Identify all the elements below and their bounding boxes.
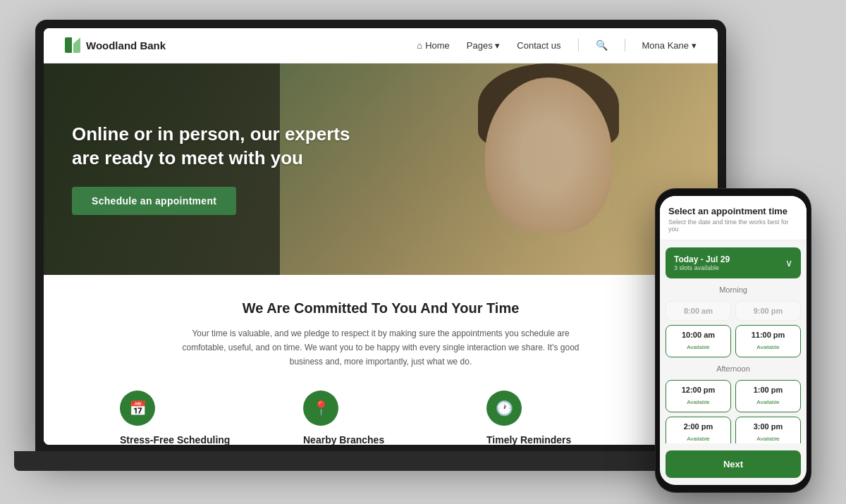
laptop-body: Woodland Bank ⌂ Home Pages ▾ Contact us [35,20,726,453]
time-value: 11:00 pm [742,331,795,339]
afternoon-time-grid: 12:00 pm Available 1:00 pm Available 2:0… [666,380,801,443]
available-label: Available [756,399,779,405]
time-value: 3:00 pm [742,422,795,431]
nav-links: ⌂ Home Pages ▾ Contact us 🔍 Mona Kane [417,39,697,51]
date-selector[interactable]: Today - Jul 29 3 slots available ∨ [666,247,801,278]
pages-chevron-icon: ▾ [495,40,500,51]
available-label: Available [756,436,779,442]
time-value: 12:00 pm [672,386,725,394]
phone-subtitle: Select the date and time the works best … [668,219,798,233]
laptop-base [14,451,747,471]
logo-right [73,37,80,53]
time-slot-800am[interactable]: 8:00 am [666,301,731,321]
date-chevron-icon: ∨ [785,257,792,269]
nav-divider-2 [625,39,625,51]
brand-name: Woodland Bank [86,39,166,51]
features-list: 📅 Stress-Free Scheduling Our online sche… [72,391,689,445]
time-value: 9:00 pm [742,307,795,315]
logo-left [65,37,72,53]
user-chevron-icon: ▾ [692,40,697,51]
phone-footer: Next [660,443,807,485]
feature-scheduling-title: Stress-Free Scheduling [120,434,275,445]
feature-branches: 📍 Nearby Branches We make it easy to cho… [303,391,458,445]
user-menu[interactable]: Mona Kane ▾ [642,40,697,51]
hero-section: Online or in person, our experts are rea… [44,63,718,275]
branches-icon: 📍 [303,391,338,426]
morning-label: Morning [666,285,801,294]
nav-divider [578,39,579,51]
time-slot-1200pm[interactable]: 12:00 pm Available [666,380,731,412]
time-value: 2:00 pm [672,422,725,431]
feature-reminders-title: Timely Reminders [486,434,642,445]
available-label: Available [687,436,709,442]
hero-title: Online or in person, our experts are rea… [72,123,382,171]
content-paragraph: Your time is valuable, and we pledge to … [176,326,585,369]
time-value: 8:00 am [672,307,725,315]
scheduling-icon: 📅 [120,391,155,426]
morning-time-grid: 8:00 am 9:00 pm 10:00 am Available 11:00… [666,301,801,357]
time-slot-1100pm[interactable]: 11:00 pm Available [735,325,801,357]
time-slot-100pm[interactable]: 1:00 pm Available [735,380,801,412]
phone-header: Select an appointment time Select the da… [660,196,807,240]
feature-reminders: 🕐 Timely Reminders Our automated confirm… [486,391,642,445]
brand-logo: Woodland Bank [65,37,166,53]
available-label: Available [687,399,709,405]
phone-title: Select an appointment time [668,206,798,216]
phone-screen: Select an appointment time Select the da… [660,196,807,485]
afternoon-label: Afternoon [666,364,801,373]
available-label: Available [687,344,709,350]
schedule-appointment-button[interactable]: Schedule an appointment [72,187,236,215]
search-icon[interactable]: 🔍 [596,39,608,51]
content-section: We Are Committed To You And Your Time Yo… [44,275,718,445]
feature-branches-title: Nearby Branches [303,434,458,445]
navigation: Woodland Bank ⌂ Home Pages ▾ Contact us [44,28,718,63]
time-value: 1:00 pm [742,386,795,394]
home-icon: ⌂ [417,40,422,51]
content-heading: We Are Committed To You And Your Time [72,300,689,316]
time-slot-200pm[interactable]: 2:00 pm Available [666,417,731,443]
feature-scheduling: 📅 Stress-Free Scheduling Our online sche… [120,391,275,445]
next-button[interactable]: Next [666,450,801,478]
nav-contact[interactable]: Contact us [517,40,560,51]
reminders-icon: 🕐 [486,391,522,426]
logo-icon [65,37,80,53]
phone-device: Select an appointment time Select the da… [656,189,811,492]
phone-body: Today - Jul 29 3 slots available ∨ Morni… [660,240,807,443]
time-slot-300pm[interactable]: 3:00 pm Available [735,417,801,443]
hero-content: Online or in person, our experts are rea… [72,123,382,216]
time-slot-1000am[interactable]: 10:00 am Available [666,325,731,357]
hero-person-face [485,78,612,233]
scene: Woodland Bank ⌂ Home Pages ▾ Contact us [35,20,811,485]
time-slot-900pm[interactable]: 9:00 pm [735,301,801,321]
available-label: Available [756,344,779,350]
user-name: Mona Kane [642,40,689,51]
time-value: 10:00 am [672,331,725,339]
date-selector-content: Today - Jul 29 3 slots available [674,254,730,271]
nav-home[interactable]: ⌂ Home [417,40,450,51]
laptop-device: Woodland Bank ⌂ Home Pages ▾ Contact us [35,20,726,471]
nav-pages[interactable]: Pages ▾ [467,40,501,51]
date-slots: 3 slots available [674,264,730,271]
date-label: Today - Jul 29 [674,254,730,264]
laptop-screen: Woodland Bank ⌂ Home Pages ▾ Contact us [44,28,718,445]
